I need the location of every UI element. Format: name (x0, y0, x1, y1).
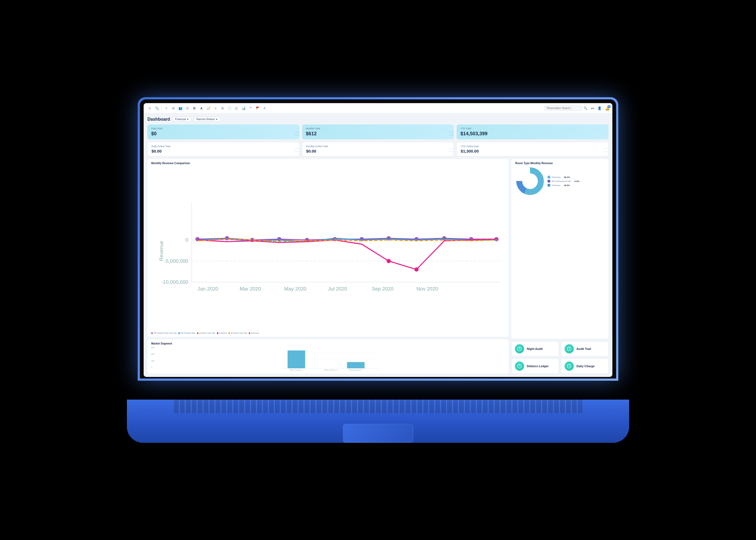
svg-rect-34 (347, 362, 364, 368)
line-chart-legend: RR Powered Site Last Year RR Powered Sit… (151, 332, 505, 334)
svg-rect-33 (288, 350, 305, 368)
donut-legend-b-rooms: B Rooms 82.0% (548, 176, 579, 179)
audit-trail-card[interactable]: Audit Trail (561, 341, 609, 356)
laptop-shell: ⊙ 🔍 ≡ ⊞ 👥 ⊟ B A 📈 ≡ ⊞ 📄 🛒 📊 ❝ 🚩 (121, 81, 635, 459)
nav-cart-icon[interactable]: 🛒 (234, 105, 239, 111)
donut-legend: B Rooms 82.0% RR UnPowered Site 0.0% (548, 176, 579, 187)
legend-rr-site: RR Powered Site (178, 332, 195, 334)
market-segment-title: Market Segment (151, 342, 505, 345)
nav-quote-icon[interactable]: ❝ (248, 105, 253, 111)
charts-row: Monthly Revenue Comparison (147, 159, 609, 374)
legend-b-last-year: B Rooms Last Year (228, 332, 247, 334)
nav-search-icon[interactable]: 🔍 (154, 105, 160, 111)
nav-users-icon[interactable]: 👥 (178, 105, 183, 111)
nav-a-icon[interactable]: A (199, 105, 204, 111)
legend-rr-last-year: RR Powered Site Last Year (151, 332, 177, 334)
nav-plane-icon[interactable]: ✈ (262, 105, 267, 111)
donut-legend-a-rooms: A Rooms 18.0% (548, 184, 579, 187)
legend-a-last-year: A Rooms Last Year (197, 332, 215, 334)
svg-text:-10,000,000: -10,000,000 (161, 279, 188, 285)
ytd-online-value: $1,300.00 (461, 149, 604, 153)
nav-menu-icon[interactable]: ≡ (164, 105, 169, 111)
bell-badge: 3 (607, 105, 611, 108)
nav-bar-icon[interactable]: 📊 (241, 105, 246, 111)
type-dropdown[interactable]: Financial ▾ (173, 117, 191, 122)
ytd-online-label: YTD Online total (461, 145, 604, 148)
daily-online-watermark: ≈ (294, 142, 299, 156)
audit-trail-label: Audit Trail (576, 347, 591, 350)
page-header: Dashboard Financial ▾ Rancho Relaxo ▾ (147, 117, 609, 122)
ytd-total-card: YTD Total $14,503,399 (456, 124, 609, 139)
nav-doc-icon[interactable]: 📄 (227, 105, 232, 111)
nav-grid-icon[interactable]: ⊞ (171, 105, 176, 111)
night-audit-label: Night Audit (527, 347, 543, 350)
action-grid: Night Audit Audit Trai (511, 341, 609, 374)
donut-swatch (548, 184, 550, 187)
svg-text:Jul 2020: Jul 2020 (328, 286, 347, 292)
daily-charge-icon (565, 361, 574, 371)
svg-text:Sep 2020: Sep 2020 (372, 286, 393, 292)
property-dropdown-chevron: ▾ (216, 118, 217, 121)
ytd-total-value: $14,503,399 (460, 131, 605, 137)
nav-grid2-icon[interactable]: ⊞ (220, 105, 225, 111)
market-segment-card: Market Segment 600 400 200 0 (147, 339, 509, 374)
audit-trail-icon (565, 344, 574, 353)
ytd-online-watermark: ≈ (603, 142, 609, 156)
legend-a-rooms: A Rooms (217, 332, 227, 334)
donut-swatch (548, 180, 550, 183)
left-charts: Monthly Revenue Comparison (147, 159, 509, 374)
nav-list-icon[interactable]: ⊟ (185, 105, 190, 111)
room-type-title: Room Type Monthly Revenue (515, 162, 605, 165)
svg-text:Revenue: Revenue (159, 241, 164, 261)
nav-bell-icon[interactable]: 🔔 3 (605, 106, 610, 110)
daily-online-card: Daily Online Total $0.00 ≈ (147, 142, 300, 156)
right-col: Room Type Monthly Revenue (511, 159, 609, 374)
stats-row-2: Daily Online Total $0.00 ≈ Monthly Onlin… (147, 142, 609, 156)
monthly-revenue-title: Monthly Revenue Comparison (151, 162, 505, 165)
trackpad[interactable] (343, 424, 413, 443)
type-dropdown-chevron: ▾ (187, 118, 189, 121)
debtors-ledger-card[interactable]: Debtors Ledger (511, 358, 559, 374)
daily-online-value: $0.00 (152, 149, 295, 153)
y-axis: 600 400 200 0 (151, 347, 156, 368)
svg-text:Market Segment 3: Market Segment 3 (324, 369, 337, 371)
legend-label: A Rooms (219, 332, 227, 334)
daily-total-value: $0 (151, 131, 296, 137)
nav-bed-icon[interactable]: 🛏 (590, 105, 595, 111)
donut-legend-rr: RR UnPowered Site 0.0% (548, 180, 579, 183)
stats-row-1: Daily Total $0 ≈ Monthly Total $612 ≈ YT… (147, 124, 609, 139)
ytd-total-label: YTD Total (460, 127, 605, 130)
daily-charge-card[interactable]: Daily Charge (561, 358, 609, 374)
nav-search-submit-icon[interactable]: 🔍 (583, 105, 588, 111)
screen: ⊙ 🔍 ≡ ⊞ 👥 ⊟ B A 📈 ≡ ⊞ 📄 🛒 📊 ❝ 🚩 (144, 103, 612, 377)
donut-chart-svg (515, 166, 545, 196)
nav-chart-icon[interactable]: 📈 (206, 105, 211, 111)
type-dropdown-label: Financial (175, 118, 186, 121)
svg-text:Jan 2020: Jan 2020 (197, 286, 218, 292)
app-main: Dashboard Financial ▾ Rancho Relaxo ▾ (144, 113, 612, 377)
monthly-online-card: Monthly Online Total $0.00 ≈ (302, 142, 454, 156)
laptop-base-body (127, 400, 629, 443)
room-type-revenue-card: Room Type Monthly Revenue (511, 159, 609, 338)
laptop-base (127, 400, 629, 443)
legend-label: B Rooms Last Year (231, 332, 247, 334)
monthly-total-card: Monthly Total $612 ≈ (302, 124, 454, 139)
line-chart-area: 0 -5,000,000 -10,000,000 Jan 2020 Mar 20… (151, 166, 505, 331)
night-audit-icon (515, 344, 524, 353)
nav-person-icon[interactable]: 👤 (597, 105, 602, 111)
nav-list2-icon[interactable]: ≡ (213, 105, 218, 111)
legend-label: B Rooms (251, 332, 259, 334)
night-audit-card[interactable]: Night Audit (511, 341, 559, 356)
property-dropdown[interactable]: Rancho Relaxo ▾ (194, 117, 220, 122)
donut-legend-label: A Rooms (552, 184, 560, 187)
svg-text:Mar 2020: Mar 2020 (240, 286, 261, 292)
reservation-search-input[interactable] (544, 105, 582, 111)
monthly-total-label: Monthly Total (306, 127, 450, 130)
bar-chart-container: 600 400 200 0 (151, 347, 505, 371)
app-navbar: ⊙ 🔍 ≡ ⊞ 👥 ⊟ B A 📈 ≡ ⊞ 📄 🛒 📊 ❝ 🚩 (144, 103, 612, 113)
nav-b-icon[interactable]: B (192, 105, 197, 111)
monthly-total-watermark: ≈ (448, 125, 454, 139)
nav-flag-icon[interactable]: 🚩 (255, 105, 260, 111)
svg-text:Market Segment 2: Market Segment 2 (349, 369, 362, 371)
nav-home-icon[interactable]: ⊙ (147, 105, 153, 111)
